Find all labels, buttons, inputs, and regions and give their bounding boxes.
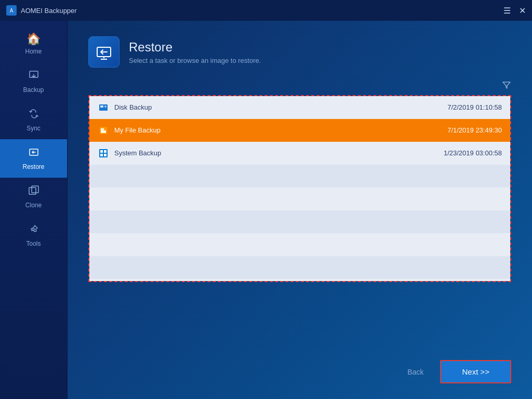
empty-row-6 (89, 279, 510, 281)
app-icon: A (6, 5, 17, 16)
clone-icon (28, 185, 39, 198)
svg-rect-16 (104, 154, 107, 156)
app-title: AOMEI Backupper (21, 7, 77, 15)
svg-rect-13 (100, 150, 103, 153)
empty-row-5 (89, 256, 510, 279)
file-backup-name: My File Backup (114, 126, 447, 134)
page-header: Restore Select a task or browse an image… (88, 36, 511, 68)
sidebar-item-backup[interactable]: Backup (0, 62, 67, 101)
backup-row-disk[interactable]: Disk Backup 7/2/2019 01:10:58 (89, 96, 510, 119)
sidebar: 🏠 Home Backup Sync (0, 21, 68, 399)
sidebar-label-restore: Restore (22, 163, 44, 170)
list-toolbar (88, 80, 511, 92)
empty-row-3 (89, 210, 510, 233)
svg-rect-9 (100, 105, 103, 108)
titlebar: A AOMEI Backupper ☰ ✕ (0, 0, 532, 21)
sidebar-item-clone[interactable]: Clone (0, 178, 67, 216)
svg-rect-8 (99, 104, 108, 111)
restore-icon (28, 147, 39, 160)
disk-backup-date: 7/2/2019 01:10:58 (447, 103, 502, 111)
system-backup-icon (98, 148, 109, 159)
empty-row-1 (89, 165, 510, 188)
backup-list-wrapper: Disk Backup 7/2/2019 01:10:58 My File Ba… (88, 95, 511, 282)
sidebar-item-tools[interactable]: Tools (0, 216, 67, 255)
backup-list: Disk Backup 7/2/2019 01:10:58 My File Ba… (89, 96, 510, 281)
menu-button[interactable]: ☰ (503, 6, 511, 16)
svg-rect-14 (104, 150, 107, 153)
sidebar-label-tools: Tools (26, 240, 41, 247)
sidebar-item-restore[interactable]: Restore (0, 139, 67, 178)
page-header-text: Restore Select a task or browse an image… (129, 40, 261, 64)
titlebar-controls: ☰ ✕ (503, 6, 526, 16)
tools-icon (28, 223, 39, 237)
page-title: Restore (129, 40, 261, 55)
sync-icon (28, 108, 39, 122)
sidebar-label-home: Home (25, 48, 42, 55)
page-subtitle: Select a task or browse an image to rest… (129, 57, 261, 64)
back-button[interactable]: Back (399, 364, 432, 380)
backup-icon (28, 70, 39, 83)
svg-point-10 (104, 105, 107, 108)
svg-rect-2 (29, 188, 36, 194)
sidebar-item-home[interactable]: 🏠 Home (0, 26, 67, 62)
sidebar-label-sync: Sync (26, 125, 41, 132)
page-header-icon (88, 36, 119, 68)
close-button[interactable]: ✕ (519, 6, 526, 16)
main-content: Restore Select a task or browse an image… (68, 21, 532, 399)
next-button[interactable]: Next >> (440, 360, 511, 383)
disk-backup-icon (98, 102, 109, 113)
file-backup-icon (98, 125, 109, 136)
svg-rect-15 (100, 154, 103, 156)
backup-row-file[interactable]: My File Backup 7/1/2019 23:49:30 (89, 119, 510, 142)
empty-row-2 (89, 188, 510, 210)
file-backup-date: 7/1/2019 23:49:30 (447, 126, 502, 134)
empty-row-4 (89, 233, 510, 256)
disk-backup-name: Disk Backup (114, 103, 447, 111)
sidebar-label-clone: Clone (25, 202, 42, 209)
titlebar-left: A AOMEI Backupper (6, 5, 77, 16)
filter-icon[interactable] (502, 80, 511, 92)
svg-rect-3 (32, 186, 38, 193)
sidebar-item-sync[interactable]: Sync (0, 101, 67, 139)
bottom-bar: Back Next >> (88, 350, 511, 383)
sidebar-label-backup: Backup (23, 86, 44, 94)
system-backup-date: 1/23/2019 03:00:58 (444, 149, 502, 157)
system-backup-name: System Backup (114, 149, 444, 157)
backup-row-system[interactable]: System Backup 1/23/2019 03:00:58 (89, 142, 510, 165)
app-body: 🏠 Home Backup Sync (0, 21, 532, 399)
home-icon: 🏠 (26, 33, 41, 45)
